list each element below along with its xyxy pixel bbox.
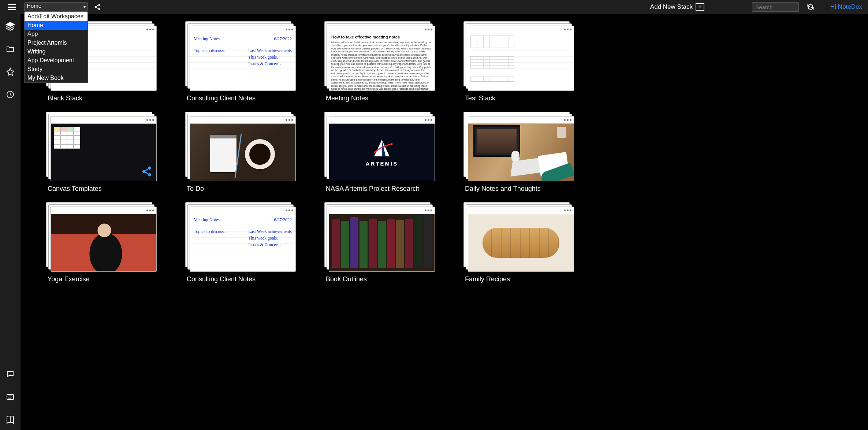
chat-icon [6,370,15,379]
stack-title: Consulting Client Notes [185,275,295,283]
sidebar-recent[interactable] [5,89,15,100]
stack-preview [324,202,434,272]
stack-title: Book Outlines [324,275,434,283]
workspace-option[interactable]: My New Book [25,74,87,82]
stack-title: Consulting Client Notes [185,94,295,102]
stack-title: Daily Notes and Thoughts [463,185,573,193]
stack-preview: Meeting Notes6/27/2022 Topics to discuss… [185,202,295,272]
share-icon [141,166,153,177]
star-icon [6,67,15,76]
stack-title: Test Stack [463,94,573,102]
stack-preview [463,202,573,272]
workspace-option[interactable]: Project Artemis [25,38,87,47]
stack-title: Canvas Templates [46,185,156,193]
add-stack-button[interactable]: Add New Stack + [650,3,704,11]
menu-button[interactable] [8,4,16,10]
stack-item[interactable]: Meeting Notes6/27/2022 Topics to discuss… [185,21,295,102]
stack-preview [46,202,156,272]
workspace-option[interactable]: Add/Edit Workspaces [25,12,87,21]
stack-title: Yoga Exercise [46,275,156,283]
sidebar-favorites[interactable] [5,67,15,77]
plus-box-icon: + [696,3,704,11]
news-icon [6,393,15,401]
sync-button[interactable] [805,2,816,12]
search-input[interactable] [752,2,799,12]
stack-title: Meeting Notes [324,94,434,102]
svg-point-2 [98,8,100,10]
workspace-selected-label: Home [27,3,41,9]
svg-point-0 [98,4,100,6]
add-stack-label: Add New Stack [650,3,693,11]
stack-item[interactable]: Daily Notes and Thoughts [463,112,573,193]
clock-icon [6,90,15,99]
workspace-option[interactable]: Study [25,65,87,74]
user-greeting[interactable]: Hi NoteDex [830,3,862,11]
stack-item[interactable]: Test Stack [463,21,573,102]
stack-item[interactable]: How to take effective meeting notesMinut… [324,21,434,102]
workspace-option[interactable]: App [25,30,87,38]
stack-item[interactable]: Meeting Notes6/27/2022 Topics to discuss… [185,202,295,283]
stack-title: To Do [185,185,295,193]
stack-title: Blank Stack [46,94,156,102]
sidebar-stacks[interactable] [5,21,15,31]
stack-preview [46,112,156,181]
stack-preview: Meeting Notes6/27/2022 Topics to discuss… [185,21,295,91]
share-icon [94,3,101,11]
workspace-select[interactable]: Home [24,2,88,12]
top-bar: Home ▾ Add/Edit WorkspacesHomeAppProject… [0,0,868,14]
stack-preview [463,112,573,181]
workspace-option[interactable]: App Development [25,56,87,65]
stack-item[interactable]: Book Outlines [324,202,434,283]
stacks-icon [5,22,15,31]
stacks-content: Blank Stack Meeting Notes6/27/2022 Topic… [21,14,868,430]
stack-item[interactable]: Yoga Exercise [46,202,156,283]
sidebar [0,14,21,430]
workspace-option[interactable]: Home [25,21,87,30]
stack-item[interactable]: Family Recipes [463,202,573,283]
stack-item[interactable]: Canvas Templates [46,112,156,193]
share-button[interactable] [93,3,102,11]
stack-title: Family Recipes [463,275,573,283]
svg-point-8 [391,143,393,145]
workspace-option[interactable]: Writing [25,47,87,56]
stack-item[interactable]: To Do [185,112,295,193]
stack-preview: ARTEMIS [324,112,434,181]
stack-title: NASA Artemis Project Research [324,185,434,193]
workspace-dropdown[interactable]: Add/Edit WorkspacesHomeAppProject Artemi… [24,12,88,83]
stack-preview [185,112,295,181]
sync-icon [806,3,815,11]
artemis-logo-icon [369,138,395,159]
workspace-select-wrap: Home ▾ Add/Edit WorkspacesHomeAppProject… [24,2,88,12]
sidebar-feedback[interactable] [5,369,15,379]
stack-item[interactable]: ARTEMIS NASA Artemis Project Research [324,112,434,193]
folder-icon [6,45,15,53]
stacks-grid: Blank Stack Meeting Notes6/27/2022 Topic… [46,21,846,283]
svg-point-1 [95,6,97,8]
sidebar-folders[interactable] [5,44,15,54]
sidebar-library[interactable] [5,415,15,425]
stack-preview: How to take effective meeting notesMinut… [324,21,434,91]
stack-preview [463,21,573,91]
sidebar-news[interactable] [5,392,15,402]
book-icon [6,415,15,424]
